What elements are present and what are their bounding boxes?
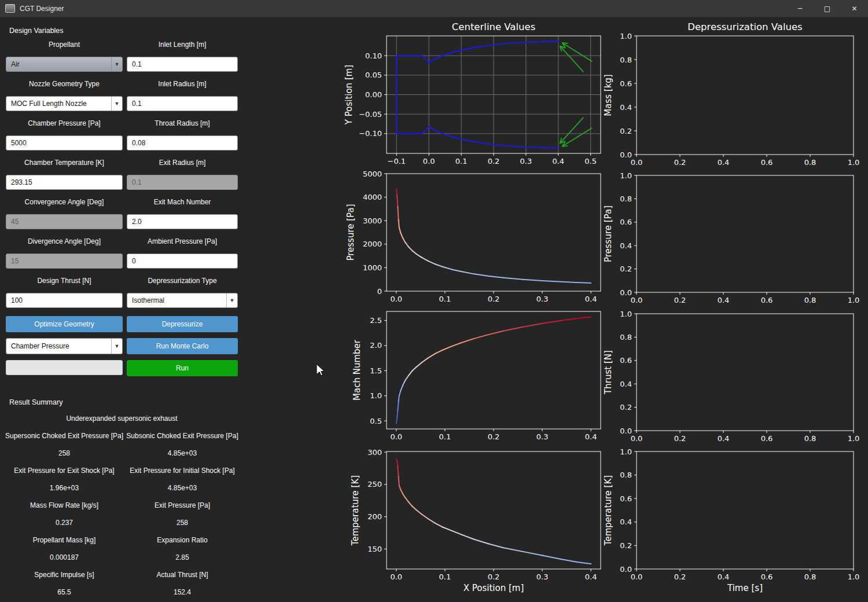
svg-text:0.8: 0.8 [620, 194, 632, 203]
svg-text:0.2: 0.2 [674, 572, 686, 581]
svg-text:−0.05: −0.05 [359, 110, 382, 119]
svg-text:X Position [m]: X Position [m] [464, 583, 524, 593]
close-button[interactable]: ✕ [841, 0, 868, 17]
design-thrust-label: Design Thrust [N] [6, 277, 123, 285]
svg-text:0.8: 0.8 [804, 434, 816, 443]
nozzle-type-select[interactable]: MOC Full Length Nozzle ▼ [6, 96, 123, 111]
progress-bar [6, 360, 123, 375]
svg-text:0: 0 [377, 287, 382, 296]
result-label: Mass Flow Rate [kg/s] [6, 497, 123, 514]
svg-text:0.2: 0.2 [488, 432, 500, 441]
chevron-down-icon: ▼ [226, 293, 237, 307]
result-label: Expansion Ratio [127, 531, 238, 549]
svg-text:0.4: 0.4 [718, 296, 730, 304]
svg-text:0.6: 0.6 [620, 356, 632, 365]
svg-text:1000: 1000 [363, 263, 382, 272]
run-monte-carlo-button[interactable]: Run Monte Carlo [127, 338, 238, 354]
svg-text:0.4: 0.4 [585, 295, 597, 303]
svg-text:0.3: 0.3 [536, 432, 549, 441]
svg-text:0.10: 0.10 [365, 52, 382, 60]
propellant-select[interactable]: Air ▼ [6, 57, 123, 72]
svg-text:0.00: 0.00 [365, 90, 382, 99]
svg-text:0.0: 0.0 [631, 296, 643, 304]
svg-text:5000: 5000 [363, 170, 382, 178]
maximize-button[interactable]: □ [814, 0, 841, 17]
chart-depress-mass: 0.00.20.40.60.81.00.00.20.40.60.81.0Mass… [603, 21, 859, 167]
chart-depress-pressure: 0.00.20.40.60.81.00.00.20.40.60.81.0Pres… [603, 171, 859, 305]
result-label: Exit Pressure for Exit Shock [Pa] [6, 462, 123, 479]
throat-radius-label: Throat Radius [m] [127, 119, 238, 128]
svg-text:0.8: 0.8 [620, 333, 632, 342]
svg-text:250: 250 [367, 480, 382, 489]
svg-text:0.4: 0.4 [718, 434, 730, 443]
svg-text:0.1: 0.1 [439, 572, 451, 581]
svg-text:0.4: 0.4 [620, 517, 632, 526]
depressurization-type-select[interactable]: Isothermal ▼ [127, 293, 238, 308]
svg-text:0.2: 0.2 [674, 158, 686, 167]
svg-text:0.6: 0.6 [761, 572, 773, 581]
design-variables-heading: Design Variables [9, 27, 245, 35]
result-value: 65.5 [6, 583, 123, 601]
svg-text:0.1: 0.1 [439, 432, 451, 441]
exit-mach-input[interactable] [127, 214, 238, 229]
result-label: Actual Thrust [N] [127, 566, 238, 583]
svg-text:0.4: 0.4 [552, 157, 564, 166]
svg-text:0.05: 0.05 [365, 71, 382, 79]
nozzle-type-value: MOC Full Length Nozzle [11, 100, 87, 108]
chevron-down-icon: ▼ [111, 57, 122, 71]
svg-text:0.8: 0.8 [620, 471, 632, 479]
design-thrust-input[interactable] [6, 293, 123, 308]
svg-text:0.5: 0.5 [584, 157, 597, 166]
svg-text:1.0: 1.0 [620, 310, 632, 318]
svg-text:0.0: 0.0 [631, 572, 643, 581]
result-value: 0.237 [6, 514, 123, 531]
minimize-button[interactable]: ─ [786, 0, 814, 17]
svg-text:Y Position [m]: Y Position [m] [344, 65, 354, 125]
svg-text:0.2: 0.2 [488, 572, 500, 581]
app-icon [5, 4, 15, 13]
result-label: Specific Impulse [s] [6, 566, 123, 583]
plot-variable-select[interactable]: Chamber Pressure ▼ [6, 338, 123, 354]
nozzle-type-label: Nozzle Geometry Type [6, 80, 123, 89]
depressurization-type-value: Isothermal [132, 296, 164, 304]
svg-text:0.3: 0.3 [536, 295, 549, 303]
result-label: Exit Pressure [Pa] [127, 497, 238, 514]
depressurization-type-label: Depressurization Type [127, 277, 238, 285]
run-button[interactable]: Run [127, 360, 238, 376]
svg-text:0.4: 0.4 [620, 380, 632, 388]
result-value: 152.4 [127, 583, 238, 601]
inlet-length-input[interactable] [127, 57, 238, 72]
result-label: Propellant Mass [kg] [6, 531, 123, 549]
svg-text:0.5: 0.5 [370, 417, 382, 425]
propellant-label: Propellant [6, 41, 123, 49]
window-title: CGT Designer [20, 5, 64, 13]
svg-text:0.3: 0.3 [536, 572, 549, 581]
svg-text:0.6: 0.6 [620, 494, 632, 503]
svg-text:0.6: 0.6 [761, 296, 773, 304]
window-controls: ─ □ ✕ [786, 0, 868, 17]
inlet-length-label: Inlet Length [m] [127, 41, 238, 49]
chamber-pressure-input[interactable] [6, 135, 123, 150]
design-panel: Design Variables Propellant Air ▼ Inlet … [0, 17, 245, 601]
svg-text:0.2: 0.2 [674, 434, 686, 443]
result-label: Subsonic Choked Exit Pressure [Pa] [127, 427, 238, 445]
svg-text:0.0: 0.0 [631, 158, 643, 167]
svg-text:Temperature [K]: Temperature [K] [350, 475, 361, 546]
throat-radius-input[interactable] [127, 135, 238, 150]
exhaust-status-text: Underexpanded supersonic exhaust [6, 410, 238, 427]
result-summary-heading: Result Summary [9, 398, 245, 406]
chevron-down-icon: ▼ [111, 339, 122, 354]
inlet-radius-input[interactable] [127, 96, 238, 111]
optimize-geometry-button[interactable]: Optimize Geometry [6, 316, 123, 332]
chart-nozzle-geometry: −0.10.00.10.20.30.40.5−0.10−0.050.000.05… [344, 21, 601, 166]
svg-text:2.0: 2.0 [370, 341, 382, 350]
depressurize-button[interactable]: Depressurize [127, 316, 238, 332]
svg-text:0.4: 0.4 [585, 432, 597, 441]
ambient-pressure-input[interactable] [127, 254, 238, 269]
inlet-radius-label: Inlet Radius [m] [127, 80, 238, 89]
chamber-pressure-label: Chamber Pressure [Pa] [6, 119, 123, 128]
chamber-temperature-input[interactable] [6, 175, 123, 190]
result-value: 4.85e+03 [127, 479, 238, 497]
plot-variable-value: Chamber Pressure [11, 342, 69, 350]
svg-text:2.5: 2.5 [370, 316, 382, 325]
